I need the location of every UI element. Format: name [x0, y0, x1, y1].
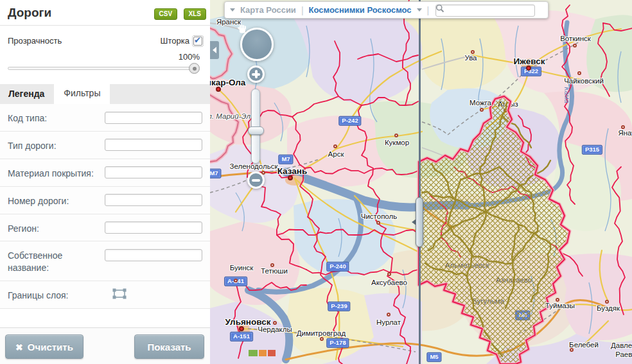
filter-row: Номер дороги:: [0, 187, 210, 214]
show-button[interactable]: Показать: [134, 334, 204, 359]
basemap-svg: [210, 0, 632, 364]
zoom-out-button[interactable]: [247, 171, 265, 189]
panel-footer: ✖Очистить Показать: [0, 327, 210, 364]
filter-input[interactable]: [105, 139, 202, 151]
filter-label: Материал покрытия:: [8, 166, 94, 180]
filter-input[interactable]: [105, 249, 202, 261]
filter-row: Собственное название:: [0, 241, 210, 281]
opacity-value: 100%: [8, 52, 200, 62]
pan-left-icon[interactable]: [243, 41, 250, 48]
gis-app: Дороги CSV XLS Прозрачность Шторка 100% …: [0, 0, 632, 364]
panel-collapse-button[interactable]: [210, 41, 219, 59]
curtain-checkbox[interactable]: [193, 37, 202, 46]
tab-legend[interactable]: Легенда: [0, 84, 54, 104]
layer-switch-bar: Карта России | Космоснимки Роскосмос |: [224, 1, 549, 19]
filter-label: Номер дороги:: [8, 194, 69, 207]
export-buttons: CSV XLS: [151, 7, 206, 20]
curtain-label: Шторка: [161, 36, 189, 46]
clear-x-icon: ✖: [15, 342, 23, 352]
clear-button[interactable]: ✖Очистить: [5, 334, 83, 359]
filter-row: Код типа:: [0, 104, 210, 132]
tab-filters[interactable]: Фильтры: [54, 81, 110, 104]
map-search-input[interactable]: [435, 4, 535, 17]
chevron-down-icon[interactable]: [417, 8, 422, 14]
pan-right-icon[interactable]: [264, 41, 270, 48]
page-title: Дороги: [8, 6, 51, 19]
filter-list: Код типа:Тип дороги:Материал покрытия:Но…: [0, 104, 210, 309]
filter-label: Тип дороги:: [8, 139, 57, 152]
curtain-handle[interactable]: [416, 197, 423, 247]
map-area[interactable]: М5АгрызАльметьевскАзнакаевоБугульма М7М7…: [210, 0, 632, 364]
opacity-slider[interactable]: [8, 67, 198, 70]
layer-separator: |: [301, 5, 304, 15]
filter-input[interactable]: [105, 112, 202, 124]
filter-row: Материал покрытия:: [0, 159, 210, 187]
export-csv-button[interactable]: CSV: [154, 8, 178, 20]
opacity-slider-handle[interactable]: [189, 63, 200, 74]
polygon-select-icon[interactable]: [112, 288, 127, 299]
opacity-block: Прозрачность Шторка 100%: [0, 26, 210, 70]
filter-row: Тип дороги:: [0, 132, 210, 159]
zoom-in-button[interactable]: [247, 65, 265, 83]
pan-down-icon[interactable]: [254, 51, 260, 58]
chevron-down-icon[interactable]: [230, 8, 235, 14]
filter-row: Регион:: [0, 214, 210, 242]
opacity-label: Прозрачность: [8, 36, 62, 46]
filter-input[interactable]: [105, 194, 202, 206]
search-icon[interactable]: [435, 4, 444, 13]
filter-label: Собственное название:: [8, 248, 104, 274]
basemap-layer-link[interactable]: Карта России: [240, 5, 296, 15]
export-xls-button[interactable]: XLS: [184, 8, 206, 20]
filter-label: Код типа:: [8, 111, 47, 125]
filter-row: Границы слоя:: [0, 281, 210, 309]
curtain-divider: [419, 0, 421, 364]
panel-tabs: ЛегендаФильтры: [0, 84, 210, 104]
layer-separator: |: [427, 5, 430, 15]
pan-control[interactable]: [240, 28, 274, 61]
filter-label: Регион:: [8, 221, 39, 235]
filter-label: Границы слоя:: [8, 288, 68, 302]
roads-panel: Дороги CSV XLS Прозрачность Шторка 100% …: [0, 0, 210, 364]
hand-icon: [235, 22, 249, 37]
pan-up-icon[interactable]: [254, 31, 260, 37]
active-layer-link[interactable]: Космоснимки Роскосмос: [309, 5, 412, 15]
panel-header: Дороги CSV XLS: [0, 0, 210, 26]
filter-input[interactable]: [105, 221, 202, 234]
zoom-slider-handle[interactable]: [248, 126, 264, 135]
filter-input[interactable]: [105, 166, 202, 178]
